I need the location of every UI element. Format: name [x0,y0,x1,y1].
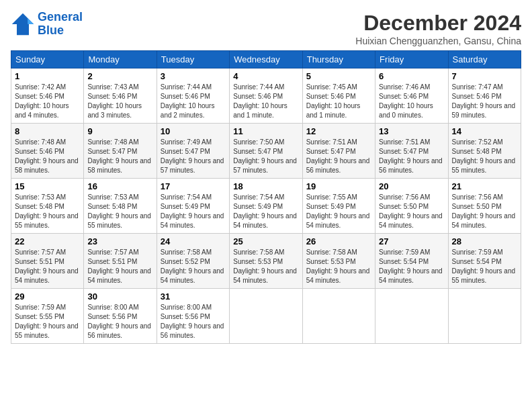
day-info: Sunrise: 7:51 AMSunset: 5:47 PMDaylight:… [379,138,444,175]
day-number: 8 [15,126,80,136]
day-cell: 1Sunrise: 7:42 AMSunset: 5:46 PMDaylight… [11,68,84,124]
day-cell: 6Sunrise: 7:46 AMSunset: 5:46 PMDaylight… [375,68,448,124]
day-cell: 17Sunrise: 7:54 AMSunset: 5:49 PMDayligh… [157,179,229,234]
day-info: Sunrise: 8:00 AMSunset: 5:56 PMDaylight:… [87,303,152,340]
day-number: 18 [233,181,298,191]
day-cell: 11Sunrise: 7:50 AMSunset: 5:47 PMDayligh… [230,124,302,179]
day-number: 3 [161,71,226,81]
day-number: 1 [15,71,80,81]
day-info: Sunrise: 7:53 AMSunset: 5:48 PMDaylight:… [87,193,152,230]
day-cell: 13Sunrise: 7:51 AMSunset: 5:47 PMDayligh… [375,124,448,179]
col-header-wednesday: Wednesday [230,51,302,68]
day-cell: 8Sunrise: 7:48 AMSunset: 5:46 PMDaylight… [11,124,84,179]
day-number: 21 [452,181,517,191]
day-info: Sunrise: 7:48 AMSunset: 5:46 PMDaylight:… [15,138,80,175]
day-number: 7 [452,71,517,81]
day-cell: 3Sunrise: 7:44 AMSunset: 5:46 PMDaylight… [157,68,229,124]
logo-line1: General [38,10,83,24]
day-info: Sunrise: 7:44 AMSunset: 5:46 PMDaylight:… [233,83,298,120]
day-number: 15 [15,181,80,191]
day-info: Sunrise: 7:48 AMSunset: 5:47 PMDaylight:… [87,138,152,175]
day-number: 6 [379,71,444,81]
day-number: 10 [161,126,226,136]
logo: General Blue [11,11,83,38]
col-header-thursday: Thursday [302,51,375,68]
day-cell: 25Sunrise: 7:58 AMSunset: 5:53 PMDayligh… [230,234,302,289]
day-number: 31 [161,291,226,302]
page-header: General Blue December 2024 Huixian Cheng… [11,11,521,46]
day-info: Sunrise: 7:53 AMSunset: 5:48 PMDaylight:… [15,193,80,230]
day-cell: 26Sunrise: 7:58 AMSunset: 5:53 PMDayligh… [302,234,375,289]
day-info: Sunrise: 7:58 AMSunset: 5:52 PMDaylight:… [161,248,226,285]
day-number: 22 [15,236,80,246]
day-cell [230,289,302,344]
day-number: 30 [87,291,152,302]
day-info: Sunrise: 7:46 AMSunset: 5:46 PMDaylight:… [379,83,444,120]
day-number: 5 [306,71,371,81]
day-number: 9 [87,126,152,136]
day-number: 16 [87,181,152,191]
day-info: Sunrise: 7:50 AMSunset: 5:47 PMDaylight:… [233,138,298,175]
day-cell: 29Sunrise: 7:59 AMSunset: 5:55 PMDayligh… [11,289,84,344]
day-cell: 9Sunrise: 7:48 AMSunset: 5:47 PMDaylight… [84,124,157,179]
calendar-header-row: SundayMondayTuesdayWednesdayThursdayFrid… [11,51,521,68]
day-info: Sunrise: 7:43 AMSunset: 5:46 PMDaylight:… [87,83,152,120]
calendar-table: SundayMondayTuesdayWednesdayThursdayFrid… [11,50,521,344]
day-number: 23 [87,236,152,246]
day-info: Sunrise: 7:56 AMSunset: 5:50 PMDaylight:… [379,193,444,230]
month-title: December 2024 [355,11,521,36]
day-number: 20 [379,181,444,191]
week-row-5: 29Sunrise: 7:59 AMSunset: 5:55 PMDayligh… [11,289,521,344]
day-cell [448,289,521,344]
day-cell: 14Sunrise: 7:52 AMSunset: 5:48 PMDayligh… [448,124,521,179]
col-header-saturday: Saturday [448,51,521,68]
day-info: Sunrise: 7:49 AMSunset: 5:47 PMDaylight:… [161,138,226,175]
day-cell: 22Sunrise: 7:57 AMSunset: 5:51 PMDayligh… [11,234,84,289]
day-info: Sunrise: 7:54 AMSunset: 5:49 PMDaylight:… [161,193,226,230]
day-cell: 24Sunrise: 7:58 AMSunset: 5:52 PMDayligh… [157,234,229,289]
day-number: 28 [452,236,517,246]
day-number: 25 [233,236,298,246]
day-cell: 27Sunrise: 7:59 AMSunset: 5:54 PMDayligh… [375,234,448,289]
day-cell: 19Sunrise: 7:55 AMSunset: 5:49 PMDayligh… [302,179,375,234]
logo-icon [11,12,35,36]
week-row-1: 1Sunrise: 7:42 AMSunset: 5:46 PMDaylight… [11,68,521,124]
day-info: Sunrise: 7:56 AMSunset: 5:50 PMDaylight:… [452,193,517,230]
day-info: Sunrise: 8:00 AMSunset: 5:56 PMDaylight:… [161,303,226,340]
day-cell: 31Sunrise: 8:00 AMSunset: 5:56 PMDayligh… [157,289,229,344]
day-number: 12 [306,126,371,136]
day-info: Sunrise: 7:58 AMSunset: 5:53 PMDaylight:… [306,248,371,285]
day-info: Sunrise: 7:55 AMSunset: 5:49 PMDaylight:… [306,193,371,230]
day-info: Sunrise: 7:52 AMSunset: 5:48 PMDaylight:… [452,138,517,175]
day-number: 26 [306,236,371,246]
day-info: Sunrise: 7:51 AMSunset: 5:47 PMDaylight:… [306,138,371,175]
day-number: 24 [161,236,226,246]
col-header-monday: Monday [84,51,157,68]
day-info: Sunrise: 7:59 AMSunset: 5:54 PMDaylight:… [379,248,444,285]
day-number: 13 [379,126,444,136]
col-header-friday: Friday [375,51,448,68]
day-cell: 23Sunrise: 7:57 AMSunset: 5:51 PMDayligh… [84,234,157,289]
day-cell: 18Sunrise: 7:54 AMSunset: 5:49 PMDayligh… [230,179,302,234]
title-block: December 2024 Huixian Chengguanzhen, Gan… [355,11,521,46]
day-info: Sunrise: 7:57 AMSunset: 5:51 PMDaylight:… [15,248,80,285]
day-cell: 20Sunrise: 7:56 AMSunset: 5:50 PMDayligh… [375,179,448,234]
week-row-4: 22Sunrise: 7:57 AMSunset: 5:51 PMDayligh… [11,234,521,289]
day-cell: 16Sunrise: 7:53 AMSunset: 5:48 PMDayligh… [84,179,157,234]
day-number: 2 [87,71,152,81]
day-cell: 5Sunrise: 7:45 AMSunset: 5:46 PMDaylight… [302,68,375,124]
day-cell: 28Sunrise: 7:59 AMSunset: 5:54 PMDayligh… [448,234,521,289]
day-info: Sunrise: 7:58 AMSunset: 5:53 PMDaylight:… [233,248,298,285]
day-info: Sunrise: 7:59 AMSunset: 5:54 PMDaylight:… [452,248,517,285]
day-cell: 7Sunrise: 7:47 AMSunset: 5:46 PMDaylight… [448,68,521,124]
day-number: 19 [306,181,371,191]
day-cell: 21Sunrise: 7:56 AMSunset: 5:50 PMDayligh… [448,179,521,234]
day-cell: 4Sunrise: 7:44 AMSunset: 5:46 PMDaylight… [230,68,302,124]
day-number: 29 [15,291,80,302]
day-number: 4 [233,71,298,81]
day-number: 27 [379,236,444,246]
day-cell: 2Sunrise: 7:43 AMSunset: 5:46 PMDaylight… [84,68,157,124]
day-info: Sunrise: 7:59 AMSunset: 5:55 PMDaylight:… [15,303,80,340]
location-subtitle: Huixian Chengguanzhen, Gansu, China [355,36,521,46]
day-cell: 30Sunrise: 8:00 AMSunset: 5:56 PMDayligh… [84,289,157,344]
